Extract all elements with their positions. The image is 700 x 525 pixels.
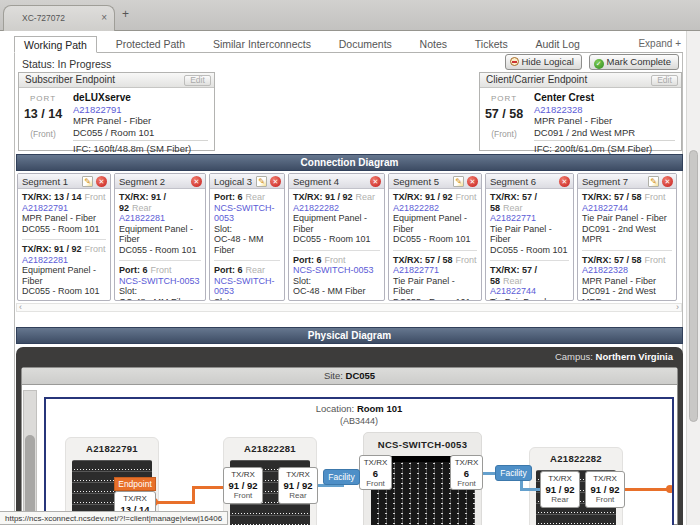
delete-segment-icon[interactable]: ✕ xyxy=(191,176,202,187)
port-label: Port: xyxy=(119,265,140,275)
edit-segment-icon[interactable]: ✎ xyxy=(82,176,93,187)
subscriber-edit-button[interactable]: Edit xyxy=(184,75,211,86)
port-label: TX/RX: xyxy=(490,192,520,202)
asset-link[interactable]: A21822744 xyxy=(490,286,536,297)
tab-notes[interactable]: Notes xyxy=(411,36,456,53)
delete-segment-icon[interactable]: ✕ xyxy=(662,176,673,187)
orange-connection-line xyxy=(194,486,223,489)
scroll-left-icon[interactable]: ‹ xyxy=(19,302,22,312)
port-face: Front xyxy=(645,192,666,202)
expand-toggle[interactable]: Expand + xyxy=(638,38,681,49)
scroll-right-icon[interactable]: › xyxy=(676,302,679,312)
port-label: TX/RX: xyxy=(393,255,423,265)
port-face: Rear xyxy=(503,203,523,213)
customer-name: Center Crest xyxy=(534,92,675,104)
tag-port: 91 / 92 xyxy=(586,484,624,495)
asset-location: DC055 - Room 101 xyxy=(293,234,380,245)
scrollbar-thumb[interactable] xyxy=(25,435,35,522)
asset-link[interactable]: A21822281 xyxy=(22,255,68,266)
edit-segment-icon[interactable]: ✎ xyxy=(453,176,464,187)
asset-link[interactable]: NCS-SWITCH-0053 xyxy=(119,276,200,287)
browser-tab[interactable]: XC-727072 × xyxy=(3,5,115,31)
asset-location: DC055 - Room 101 xyxy=(22,286,106,297)
segment-horizontal-scrollbar[interactable]: ‹ › xyxy=(16,303,682,312)
edit-segment-icon[interactable]: ✎ xyxy=(256,176,267,187)
segment-title: Segment 7 xyxy=(582,176,648,187)
port-face: Rear xyxy=(246,192,266,202)
tag-face: Rear xyxy=(279,491,317,501)
delete-segment-icon[interactable]: ✕ xyxy=(370,176,381,187)
asset-link[interactable]: A21822744 xyxy=(582,203,628,214)
port-label: PORT xyxy=(480,94,528,103)
tag-port: 91 / 92 xyxy=(541,484,579,495)
tag-line: TX/RX xyxy=(224,470,262,480)
subscriber-endpoint-title: Subscriber Endpoint xyxy=(25,74,115,85)
port-label: TX/RX: xyxy=(490,265,520,275)
subscriber-endpoint-header: Subscriber Endpoint Edit xyxy=(19,73,214,88)
asset-link[interactable]: A21822791 xyxy=(22,203,68,214)
divider xyxy=(73,140,208,141)
asset-location: DC091 - 2nd West MPR xyxy=(582,224,672,245)
tab-working-path[interactable]: Working Path xyxy=(14,36,97,53)
delete-segment-icon[interactable]: ✕ xyxy=(559,176,570,187)
asset-link[interactable]: A21822282 xyxy=(293,203,339,214)
tab-audit-log[interactable]: Audit Log xyxy=(526,36,588,53)
delete-segment-icon[interactable]: ✕ xyxy=(270,176,281,187)
asset-link[interactable]: A21822791 xyxy=(73,104,122,116)
asset-type: Tie Pair Panel - Fiber xyxy=(490,297,569,302)
asset-link[interactable]: NCS-SWITCH-0053 xyxy=(293,265,374,276)
tab-documents[interactable]: Documents xyxy=(330,36,401,53)
panel-title: A21822791 xyxy=(66,443,158,454)
tab-similar-interconnects[interactable]: Similar Interconnects xyxy=(204,36,320,53)
port-value: 13 / 14 xyxy=(54,192,82,202)
asset-link[interactable]: NCS-SWITCH-0053 xyxy=(214,276,280,297)
tab-tickets[interactable]: Tickets xyxy=(466,36,517,53)
scrollbar-thumb[interactable] xyxy=(689,150,698,422)
delete-segment-icon[interactable]: ✕ xyxy=(467,176,478,187)
asset-link[interactable]: A21822328 xyxy=(534,104,583,116)
asset-link[interactable]: NCS-SWITCH-0053 xyxy=(214,203,280,224)
port-tag-91-92-rear-2: TX/RX 91 / 92 Rear xyxy=(540,471,580,508)
asset-type: MPR Panel - Fiber xyxy=(534,115,675,127)
subscriber-endpoint-panel: Subscriber Endpoint Edit PORT 13 / 14 (F… xyxy=(18,72,215,151)
segment-title: Segment 1 xyxy=(22,176,82,187)
app-window: XC-727072 × + Working Path Protected Pat… xyxy=(0,0,700,525)
site-label: Site: xyxy=(324,370,343,381)
hide-logical-label: Hide Logical xyxy=(522,56,574,67)
close-tab-icon[interactable]: × xyxy=(101,12,107,23)
asset-link[interactable]: A21822282 xyxy=(393,203,439,214)
tag-line: TX/RX xyxy=(360,458,391,468)
location-vertical-scrollbar[interactable] xyxy=(23,390,37,524)
mark-complete-label: Mark Complete xyxy=(607,56,671,67)
asset-link[interactable]: A21822771 xyxy=(393,265,439,276)
physical-diagram: Campus: Northern Virginia Site: DC055 Lo… xyxy=(16,347,683,525)
client-info: Center Crest A21822328 MPR Panel - Fiber… xyxy=(528,88,681,150)
port-face: Rear xyxy=(356,192,376,202)
asset-location: DC055 / Room 101 xyxy=(73,127,208,139)
magnifier-icon xyxy=(510,57,519,66)
segment-2-card: Segment 2✕ TX/RX: 91 / 92Rear A21822281 … xyxy=(114,173,206,301)
page-vertical-scrollbar[interactable] xyxy=(686,31,700,525)
mark-complete-button[interactable]: ✓Mark Complete xyxy=(589,54,679,70)
asset-link[interactable]: A21822771 xyxy=(490,213,536,224)
tab-protected-path[interactable]: Protected Path xyxy=(107,36,194,53)
edit-segment-icon[interactable]: ✎ xyxy=(648,176,659,187)
port-label: TX/RX: xyxy=(22,244,52,254)
port-face: Front xyxy=(456,255,477,265)
asset-location: OC-48 - MM Fiber xyxy=(293,286,380,297)
port-face: Front xyxy=(85,192,106,202)
orange-connection-line xyxy=(155,501,194,504)
client-edit-button[interactable]: Edit xyxy=(651,75,678,86)
asset-type: Slot: xyxy=(214,297,280,302)
client-endpoint-panel: Client/Carrier Endpoint Edit PORT 57 / 5… xyxy=(479,72,682,151)
new-tab-button[interactable]: + xyxy=(122,7,129,21)
asset-link[interactable]: A21822328 xyxy=(582,265,628,276)
asset-type: Tie Pair Panel - Fiber xyxy=(490,224,569,245)
subscriber-info: deLUXserve A21822791 MPR Panel - Fiber D… xyxy=(67,88,214,150)
delete-segment-icon[interactable]: ✕ xyxy=(96,176,107,187)
asset-link[interactable]: A21822281 xyxy=(119,213,165,224)
ifc-length: IFC: 200ft/61.0m (SM Fiber) xyxy=(534,143,675,155)
hide-logical-button[interactable]: Hide Logical xyxy=(505,54,582,70)
segment-title: Segment 6 xyxy=(490,176,559,187)
panel-partial-right[interactable] xyxy=(673,447,674,525)
